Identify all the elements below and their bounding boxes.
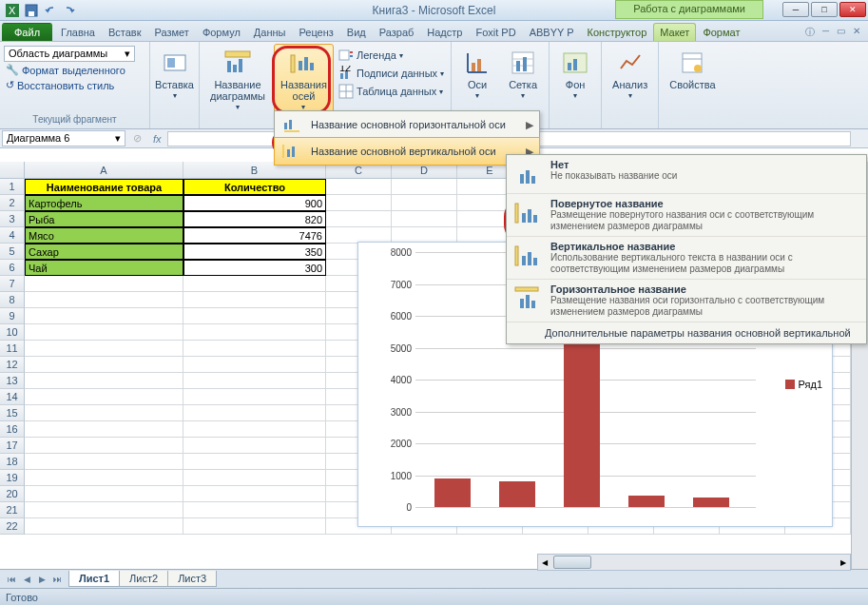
row-header-12[interactable]: 12 xyxy=(0,357,25,373)
row-header-7[interactable]: 7 xyxy=(0,276,25,292)
cell-B16[interactable] xyxy=(183,421,326,438)
row-header-2[interactable]: 2 xyxy=(0,195,25,211)
horizontal-axis-title-item[interactable]: Название основной горизонтальной оси▶ xyxy=(275,111,539,138)
tab-Главна[interactable]: Главна xyxy=(54,23,102,41)
redo-icon[interactable] xyxy=(61,2,78,19)
fx-icon[interactable]: fx xyxy=(147,133,167,145)
cell-A13[interactable] xyxy=(25,373,183,389)
sheet-tab-Лист2[interactable]: Лист2 xyxy=(119,571,168,587)
tab-file[interactable]: Файл xyxy=(2,23,52,41)
ribbon-help-icon[interactable]: ⓘ xyxy=(805,26,815,39)
ribbon-restore-icon[interactable]: ▭ xyxy=(837,26,845,39)
format-selection-button[interactable]: 🔧Формат выделенного xyxy=(4,63,145,77)
ribbon-minimize-icon[interactable]: ─ xyxy=(822,26,829,39)
tab-ABBYY P[interactable]: ABBYY P xyxy=(523,23,581,41)
cell-B14[interactable] xyxy=(183,389,326,405)
cell-B20[interactable] xyxy=(183,486,326,502)
more-axis-title-options[interactable]: Дополнительные параметры названия основн… xyxy=(507,322,866,343)
tab-Разраб[interactable]: Разраб xyxy=(373,23,421,41)
row-header-22[interactable]: 22 xyxy=(0,518,25,535)
cell-A12[interactable] xyxy=(25,357,183,373)
row-header-5[interactable]: 5 xyxy=(0,244,25,260)
bar-Картофель[interactable] xyxy=(434,478,471,507)
row-header-20[interactable]: 20 xyxy=(0,486,25,502)
tab-Вставк[interactable]: Вставк xyxy=(102,23,148,41)
cell-C3[interactable] xyxy=(326,211,392,227)
cell-B10[interactable] xyxy=(183,324,326,341)
cell-A10[interactable] xyxy=(25,324,183,341)
tab-Реценз[interactable]: Реценз xyxy=(292,23,339,41)
name-box[interactable]: Диаграмма 6▾ xyxy=(2,130,125,146)
row-header-8[interactable]: 8 xyxy=(0,292,25,308)
legend-button[interactable]: Легенда▾ xyxy=(336,47,447,64)
col-header-A[interactable]: A xyxy=(25,162,183,178)
cell-D1[interactable] xyxy=(392,179,457,195)
minimize-button[interactable]: ─ xyxy=(782,2,809,17)
cell-B8[interactable] xyxy=(183,292,326,308)
maximize-button[interactable]: □ xyxy=(811,2,838,17)
cell-A19[interactable] xyxy=(25,470,183,486)
tab-Вид[interactable]: Вид xyxy=(340,23,373,41)
cell-A22[interactable] xyxy=(25,518,183,535)
cell-D3[interactable] xyxy=(392,211,457,227)
cell-A11[interactable] xyxy=(25,341,183,357)
cell-B5[interactable]: 350 xyxy=(183,244,326,260)
cell-B6[interactable]: 300 xyxy=(183,260,326,276)
data-labels-button[interactable]: 12Подписи данных▾ xyxy=(336,65,447,82)
row-header-11[interactable]: 11 xyxy=(0,341,25,357)
chart-title-button[interactable]: Название диаграммы▾ xyxy=(203,44,272,127)
cell-B4[interactable]: 7476 xyxy=(183,227,326,244)
cell-B7[interactable] xyxy=(183,276,326,292)
row-header-13[interactable]: 13 xyxy=(0,373,25,389)
cell-B9[interactable] xyxy=(183,308,326,324)
cell-B3[interactable]: 820 xyxy=(183,211,326,227)
tab-Foxit PD[interactable]: Foxit PD xyxy=(469,23,522,41)
tab-Данны[interactable]: Данны xyxy=(247,23,293,41)
cell-B15[interactable] xyxy=(183,405,326,421)
row-header-3[interactable]: 3 xyxy=(0,211,25,227)
row-header-15[interactable]: 15 xyxy=(0,405,25,421)
cell-B21[interactable] xyxy=(183,502,326,518)
sheet-tab-Лист1[interactable]: Лист1 xyxy=(68,571,120,587)
properties-button[interactable]: Свойства xyxy=(663,44,722,94)
row-header-21[interactable]: 21 xyxy=(0,502,25,518)
axis-title-vertical-item[interactable]: Вертикальное названиеИспользование верти… xyxy=(507,237,866,280)
cell-A15[interactable] xyxy=(25,405,183,421)
background-button[interactable]: Фон▾ xyxy=(553,44,597,104)
cell-B13[interactable] xyxy=(183,373,326,389)
cell-A4[interactable]: Мясо xyxy=(25,227,183,244)
bar-Чай[interactable] xyxy=(693,498,729,507)
cell-A6[interactable]: Чай xyxy=(25,260,183,276)
cell-A3[interactable]: Рыба xyxy=(25,211,183,227)
cell-B1[interactable]: Количество xyxy=(183,179,326,195)
insert-button[interactable]: Вставка▾ xyxy=(154,44,195,104)
cell-A20[interactable] xyxy=(25,486,183,502)
cell-A1[interactable]: Наименование товара xyxy=(25,179,183,195)
cell-A7[interactable] xyxy=(25,276,183,292)
save-icon[interactable] xyxy=(23,2,40,19)
row-header-9[interactable]: 9 xyxy=(0,308,25,324)
cell-B2[interactable]: 900 xyxy=(183,195,326,211)
cell-B19[interactable] xyxy=(183,470,326,486)
tab-Макет[interactable]: Макет xyxy=(653,23,696,41)
row-header-1[interactable]: 1 xyxy=(0,179,25,195)
cell-A5[interactable]: Сахар xyxy=(25,244,183,260)
row-header-16[interactable]: 16 xyxy=(0,421,25,438)
tab-Надстр[interactable]: Надстр xyxy=(420,23,469,41)
row-header-14[interactable]: 14 xyxy=(0,389,25,405)
cell-A9[interactable] xyxy=(25,308,183,324)
cell-B18[interactable] xyxy=(183,454,326,470)
tab-Конструктор[interactable]: Конструктор xyxy=(581,23,654,41)
bar-Рыба[interactable] xyxy=(499,481,535,507)
data-table-button[interactable]: Таблица данных▾ xyxy=(336,83,447,100)
tab-Размет[interactable]: Размет xyxy=(148,23,196,41)
tab-Формул[interactable]: Формул xyxy=(196,23,247,41)
horizontal-scrollbar[interactable]: ◀▶ xyxy=(537,554,851,571)
undo-icon[interactable] xyxy=(42,2,59,19)
cell-B11[interactable] xyxy=(183,341,326,357)
tab-Формат[interactable]: Формат xyxy=(696,23,746,41)
row-header-4[interactable]: 4 xyxy=(0,227,25,244)
row-header-10[interactable]: 10 xyxy=(0,324,25,341)
cell-D2[interactable] xyxy=(392,195,457,211)
cell-C2[interactable] xyxy=(326,195,392,211)
